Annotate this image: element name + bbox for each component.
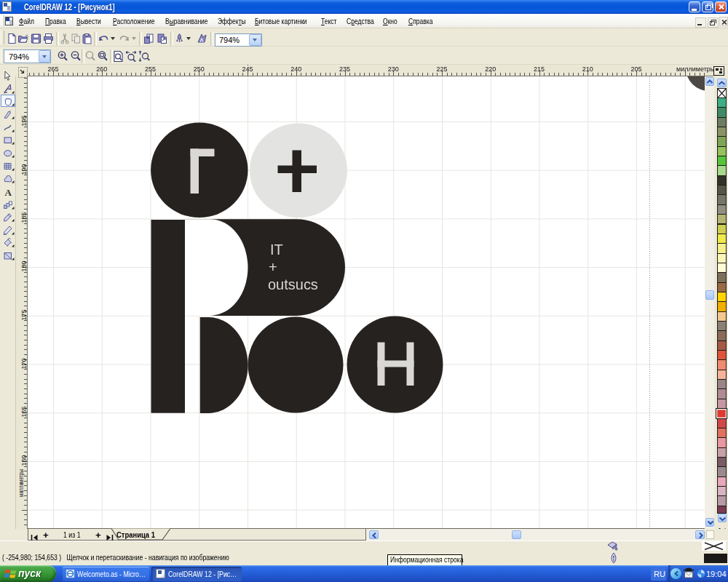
svg-text:A: A [5,186,12,197]
svg-text:миллиметры: миллиметры [17,469,25,497]
